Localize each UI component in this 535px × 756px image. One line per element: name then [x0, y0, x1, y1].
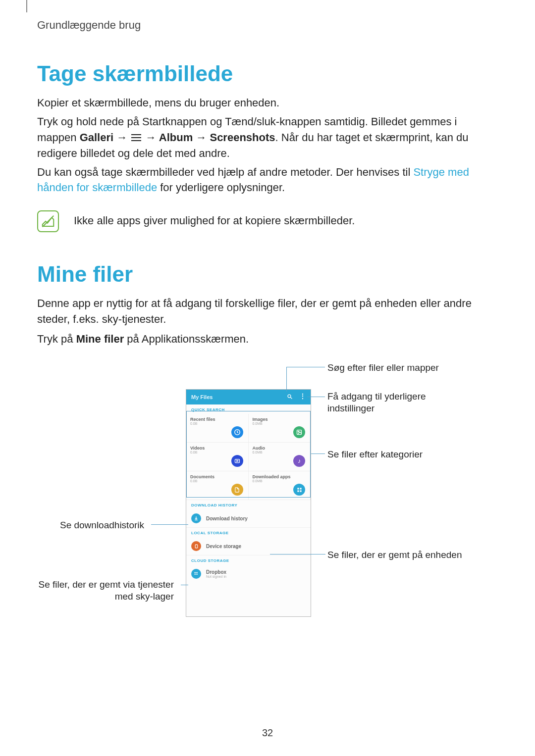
document-icon — [231, 484, 243, 496]
leader-line — [151, 524, 188, 525]
page-number: 32 — [0, 727, 535, 739]
callout-more: Få adgang til yderligere indstillinger — [327, 391, 456, 414]
hamburger-icon — [131, 134, 141, 142]
svg-line-1 — [291, 398, 292, 399]
more-icon: ⋮ — [300, 394, 306, 401]
note-icon — [37, 210, 59, 232]
heading-tage-skaermbillede: Tage skærmbillede — [37, 61, 498, 86]
paragraph: Kopier et skærmbillede, mens du bruger e… — [37, 95, 498, 111]
row-device-storage: Device storage — [186, 537, 311, 555]
phone-mock: My Files ⋮ QUICK SEARCH Recent files 0.0… — [186, 389, 311, 617]
device-storage-icon — [191, 541, 201, 551]
svg-rect-10 — [300, 490, 301, 492]
leader-line — [270, 554, 325, 554]
note-block: Ikke alle apps giver mulighed for at kop… — [37, 210, 498, 232]
qs-images: Images 0.0MB — [249, 414, 311, 443]
label-cloud-storage: CLOUD STORAGE — [186, 555, 311, 565]
leader-line — [286, 367, 325, 367]
clock-icon — [231, 426, 243, 438]
leader-line — [286, 367, 287, 392]
callout-cloud: Se filer, der er gemt via tjenester med … — [38, 579, 174, 603]
leader-line — [307, 397, 325, 397]
download-icon — [191, 513, 201, 523]
dropbox-icon — [191, 569, 201, 579]
heading-mine-filer: Mine filer — [37, 262, 498, 287]
svg-point-4 — [298, 431, 299, 432]
figure-mine-filer: My Files ⋮ QUICK SEARCH Recent files 0.0… — [37, 362, 498, 644]
phone-header: My Files ⋮ — [186, 390, 311, 404]
page-top-marker — [26, 0, 27, 12]
paragraph: Tryk og hold nede på Startknappen og Tæn… — [37, 114, 498, 161]
svg-rect-3 — [297, 430, 302, 435]
row-download-history: Download history — [186, 509, 311, 528]
callout-categories: Se filer efter kategorier — [327, 449, 423, 460]
video-icon — [231, 455, 243, 467]
qs-documents: Documents 0.0B — [186, 471, 249, 500]
note-text: Ikke alle apps giver mulighed for at kop… — [74, 210, 355, 227]
svg-rect-9 — [297, 490, 299, 492]
callout-device: Se filer, der er gemt på enheden — [327, 549, 462, 561]
qs-downloaded-apps: Downloaded apps 0.0MB — [249, 471, 311, 500]
qs-recent: Recent files 0.0B — [186, 414, 249, 443]
callout-downloads: Se downloadhistorik — [60, 519, 144, 531]
row-dropbox: Dropbox Not signed in — [186, 565, 311, 583]
svg-rect-7 — [297, 488, 299, 489]
paragraph: Tryk på Mine filer på Applikationsskærme… — [37, 331, 498, 347]
paragraph: Denne app er nyttig for at få adgang til… — [37, 296, 498, 327]
qs-audio: Audio 0.0MB ♪ — [249, 443, 311, 471]
callout-search: Søg efter filer eller mapper — [327, 362, 439, 374]
app-title: My Files — [191, 394, 213, 400]
breadcrumb: Grundlæggende brug — [37, 19, 498, 32]
svg-rect-12 — [195, 545, 198, 548]
image-icon — [293, 426, 305, 438]
apps-icon — [293, 484, 305, 496]
label-quick-search: QUICK SEARCH — [186, 404, 311, 414]
svg-rect-8 — [300, 488, 301, 489]
search-icon — [287, 394, 293, 401]
label-local-storage: LOCAL STORAGE — [186, 528, 311, 537]
svg-point-0 — [288, 395, 291, 398]
audio-icon: ♪ — [293, 455, 305, 467]
quick-search-grid: Recent files 0.0B Images 0.0MB Videos 0.… — [186, 414, 311, 500]
label-download-history: DOWNLOAD HISTORY — [186, 500, 311, 509]
svg-marker-6 — [237, 460, 238, 462]
qs-videos: Videos 0.0B — [186, 443, 249, 471]
paragraph: Du kan også tage skærmbilleder ved hjælp… — [37, 164, 498, 196]
leader-line — [311, 454, 325, 454]
leader-line — [181, 585, 188, 585]
